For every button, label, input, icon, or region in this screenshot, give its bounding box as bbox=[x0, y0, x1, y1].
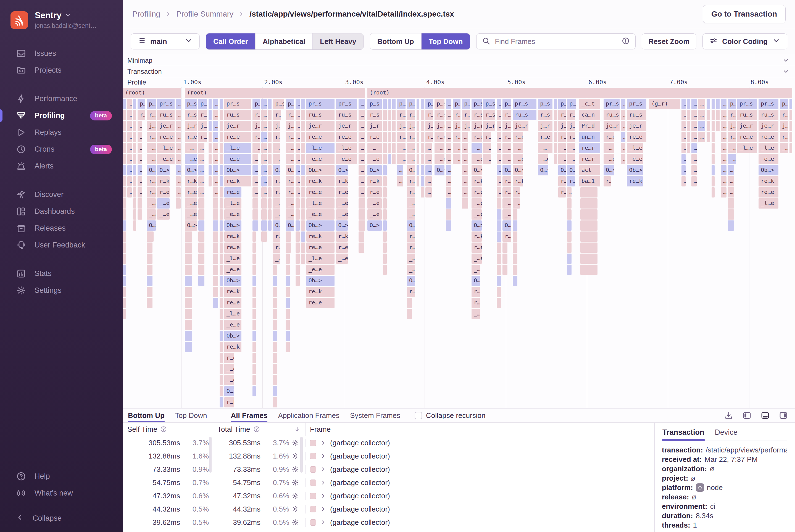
flame-frame[interactable]: … bbox=[497, 143, 501, 153]
flame-frame[interactable]: _…e bbox=[286, 198, 294, 209]
flame-frame[interactable]: … bbox=[137, 143, 142, 153]
flame-frame[interactable]: j…r bbox=[472, 121, 482, 131]
flame-frame[interactable] bbox=[383, 253, 387, 264]
sidebar-item-crons[interactable]: Cronsbeta bbox=[0, 141, 123, 158]
flame-frame[interactable]: _e…e bbox=[336, 154, 357, 164]
flame-frame[interactable]: ru…s bbox=[759, 110, 778, 120]
flame-frame[interactable]: … bbox=[359, 143, 365, 153]
flame-frame[interactable] bbox=[252, 265, 256, 275]
flame-frame[interactable]: _l…e bbox=[157, 143, 175, 153]
chevron-down-icon[interactable] bbox=[782, 68, 790, 75]
flame-frame[interactable] bbox=[301, 99, 305, 109]
flame-frame[interactable]: … bbox=[698, 99, 705, 109]
flame-frame[interactable] bbox=[296, 209, 300, 220]
flame-frame[interactable] bbox=[220, 154, 223, 164]
flame-frame[interactable] bbox=[301, 187, 305, 197]
flame-frame[interactable] bbox=[220, 176, 223, 187]
flame-frame[interactable]: _…e bbox=[558, 154, 566, 164]
flame-frame[interactable] bbox=[286, 309, 290, 319]
flame-frame[interactable]: _… bbox=[435, 143, 444, 153]
flame-frame[interactable]: _l…e bbox=[759, 143, 778, 153]
flame-frame[interactable] bbox=[417, 176, 419, 187]
flame-frame[interactable] bbox=[392, 121, 396, 131]
flame-frame[interactable] bbox=[392, 132, 396, 142]
flame-frame[interactable]: _…e bbox=[367, 154, 382, 164]
flame-frame[interactable]: O…> bbox=[185, 221, 197, 231]
flame-frame[interactable] bbox=[185, 243, 192, 253]
flame-frame[interactable]: _…e bbox=[336, 209, 348, 220]
flame-frame[interactable]: re…r bbox=[579, 143, 600, 153]
flame-frame[interactable]: _e…e bbox=[306, 265, 335, 275]
flame-frame[interactable] bbox=[446, 198, 451, 209]
flame-frame[interactable]: r…s bbox=[147, 110, 156, 120]
flame-frame[interactable] bbox=[392, 154, 396, 164]
flame-frame[interactable] bbox=[220, 243, 223, 253]
flame-frame[interactable]: re…e bbox=[224, 187, 242, 197]
flame-frame[interactable] bbox=[567, 253, 571, 264]
flame-frame[interactable]: pr…s bbox=[157, 99, 175, 109]
flame-frame[interactable]: r…s bbox=[558, 110, 566, 120]
flame-frame[interactable]: … bbox=[497, 121, 501, 131]
flame-frame[interactable]: … bbox=[261, 154, 267, 164]
flame-frame[interactable] bbox=[273, 397, 277, 407]
flame-frame[interactable]: j…r bbox=[503, 121, 511, 131]
expand-chevron-icon[interactable] bbox=[320, 479, 326, 486]
flame-frame[interactable] bbox=[268, 221, 271, 231]
flame-frame[interactable] bbox=[261, 221, 267, 231]
flame-frame[interactable] bbox=[790, 132, 792, 142]
flame-frame[interactable]: _…e bbox=[472, 198, 482, 209]
sidebar-item-issues[interactable]: Issues bbox=[0, 45, 123, 62]
flame-frame[interactable]: … bbox=[621, 110, 625, 120]
flame-frame[interactable]: r…e bbox=[558, 187, 566, 197]
flame-frame[interactable]: _… bbox=[513, 143, 524, 153]
flame-frame[interactable]: … bbox=[127, 143, 132, 153]
flame-frame[interactable]: re…k bbox=[224, 231, 242, 242]
flame-frame[interactable]: j…r bbox=[425, 121, 433, 131]
flame-frame[interactable]: p…s bbox=[273, 99, 284, 109]
flame-frame[interactable]: ru…s bbox=[224, 110, 251, 120]
flame-frame[interactable]: r…k bbox=[157, 176, 170, 187]
flame-frame[interactable] bbox=[513, 253, 518, 264]
flame-frame[interactable] bbox=[261, 231, 267, 242]
flame-frame[interactable]: r…e bbox=[367, 187, 382, 197]
org-switcher[interactable]: Sentry jonas.badalic@sent… bbox=[0, 0, 123, 38]
flame-frame[interactable]: _… bbox=[367, 143, 382, 153]
flame-frame[interactable]: je…r bbox=[737, 121, 757, 131]
flame-frame[interactable] bbox=[296, 198, 300, 209]
flame-frame[interactable] bbox=[417, 110, 419, 120]
flame-frame[interactable]: … bbox=[127, 110, 132, 120]
flame-frame[interactable] bbox=[301, 231, 305, 242]
tab-application-frames[interactable]: Application Frames bbox=[278, 408, 340, 422]
flame-frame[interactable]: … bbox=[425, 176, 432, 187]
flame-frame[interactable]: … bbox=[721, 99, 726, 109]
flame-frame[interactable]: re…k bbox=[306, 176, 335, 187]
sidebar-item-user-feedback[interactable]: User Feedback bbox=[0, 237, 123, 253]
flame-frame[interactable]: re…e bbox=[306, 132, 335, 142]
flame-frame[interactable]: _…e bbox=[336, 253, 348, 264]
flame-frame[interactable]: … bbox=[252, 187, 258, 197]
flame-frame[interactable]: r…s bbox=[435, 110, 444, 120]
flame-frame[interactable] bbox=[273, 331, 277, 341]
flame-frame[interactable] bbox=[185, 276, 192, 286]
sidebar-item-dashboards[interactable]: Dashboards bbox=[0, 203, 123, 220]
flame-frame[interactable]: r…k bbox=[273, 176, 280, 187]
segment-call-order[interactable]: Call Order bbox=[206, 34, 255, 50]
flame-frame[interactable] bbox=[567, 231, 571, 242]
flame-frame[interactable]: … bbox=[721, 132, 726, 142]
flame-frame[interactable] bbox=[421, 132, 424, 142]
flame-frame[interactable]: r…e bbox=[147, 187, 156, 197]
flame-frame[interactable]: j…r bbox=[198, 121, 207, 131]
flame-frame[interactable] bbox=[286, 253, 290, 264]
flame-frame[interactable]: … bbox=[213, 165, 218, 175]
flame-frame[interactable]: O…> bbox=[224, 386, 234, 396]
flame-frame[interactable] bbox=[198, 265, 205, 275]
flame-frame[interactable]: r…s bbox=[425, 110, 433, 120]
flame-frame[interactable] bbox=[123, 198, 126, 209]
flame-frame[interactable]: … bbox=[359, 110, 365, 120]
flame-frame[interactable]: r…s bbox=[483, 110, 495, 120]
flame-frame[interactable] bbox=[580, 209, 598, 220]
expand-chevron-icon[interactable] bbox=[320, 519, 326, 525]
flame-frame[interactable] bbox=[273, 342, 277, 352]
flame-frame[interactable] bbox=[497, 287, 501, 297]
flame-frame[interactable]: _…e bbox=[435, 154, 444, 164]
